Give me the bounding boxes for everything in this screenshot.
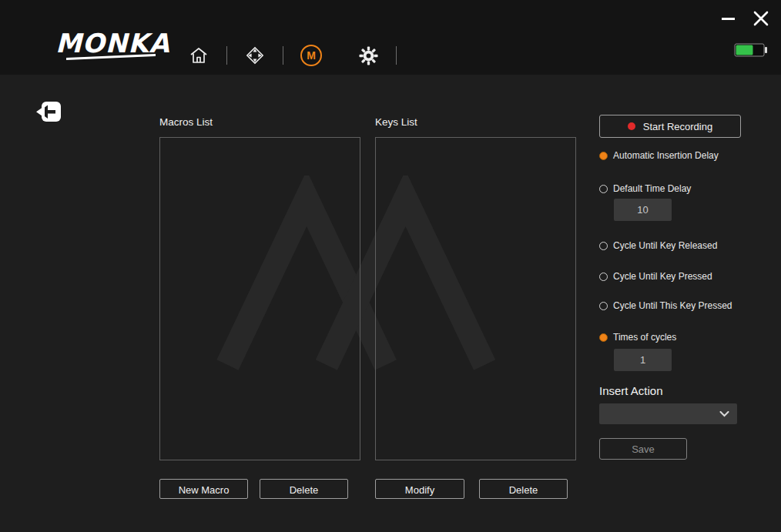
record-dot-icon [628,122,635,130]
cycle-times-input[interactable] [614,349,672,371]
nav-separator [283,46,283,65]
radio-default-time-delay[interactable]: Default Time Delay [599,182,741,195]
start-recording-button[interactable]: Start Recording [599,115,741,138]
radio-label: Cycle Until Key Released [613,240,717,251]
recording-panel: Start Recording Automatic Insertion Dela… [599,115,741,460]
default-delay-input[interactable] [614,199,672,221]
radio-circle-icon [599,333,608,342]
radio-times-of-cycles[interactable]: Times of cycles [599,331,741,343]
macro-tab-icon[interactable]: M [300,45,322,66]
delete-key-button[interactable]: Delete [479,479,568,499]
minimize-icon[interactable] [722,18,735,20]
monka-logo-text: MONKA [55,28,170,59]
radio-circle-icon [599,302,608,310]
radio-circle-icon [599,242,608,250]
radio-circle-icon [599,152,608,160]
new-macro-button[interactable]: New Macro [159,479,248,499]
home-icon[interactable] [188,45,209,66]
dpi-select-icon[interactable] [244,45,266,66]
start-recording-label: Start Recording [643,121,712,132]
insert-action-label: Insert Action [599,384,741,398]
radio-cycle-until-key-pressed[interactable]: Cycle Until Key Pressed [599,270,741,283]
back-icon[interactable] [35,98,62,125]
radio-automatic-insertion-delay[interactable]: Automatic Insertion Delay [599,149,741,162]
settings-gear-icon[interactable] [357,45,379,66]
radio-label: Default Time Delay [613,183,691,194]
radio-cycle-until-this-key-pressed[interactable]: Cycle Until This Key Pressed [599,299,741,312]
save-button[interactable]: Save [599,438,687,460]
keys-list-title: Keys List [375,116,417,128]
battery-icon [734,42,768,58]
modify-key-button[interactable]: Modify [375,479,464,499]
radio-label: Cycle Until Key Pressed [613,271,712,282]
radio-label: Automatic Insertion Delay [613,150,719,161]
titlebar: MONKA [0,0,781,75]
close-icon[interactable] [753,10,769,27]
macro-tab-label: M [307,49,316,62]
radio-label: Times of cycles [613,332,676,343]
main-nav: M [188,44,414,67]
radio-label: Cycle Until This Key Pressed [613,300,732,311]
radio-cycle-until-key-released[interactable]: Cycle Until Key Released [599,239,741,252]
macros-list[interactable] [159,137,360,460]
delete-macro-button[interactable]: Delete [260,479,348,499]
monka-app-window: MONKA [0,0,781,532]
keys-list[interactable] [375,137,576,460]
chevron-down-icon [719,411,729,417]
radio-circle-icon [599,273,608,281]
insert-action-dropdown[interactable] [599,403,737,424]
monka-logo: MONKA [54,22,177,66]
macros-list-title: Macros List [159,116,213,128]
radio-circle-icon [599,185,608,193]
nav-separator [396,46,397,65]
nav-separator [226,46,227,65]
